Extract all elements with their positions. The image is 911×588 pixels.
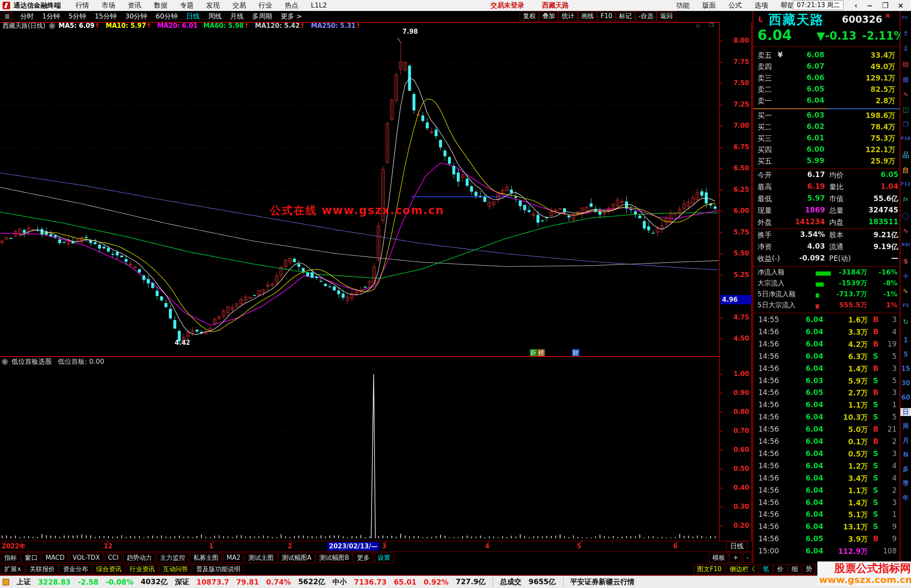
menu-item[interactable]: 行情: [69, 1, 95, 10]
chart-badge[interactable]: 距: [530, 349, 537, 357]
tick-row[interactable]: 14:566.046.3万S5: [753, 352, 900, 364]
extension-tab[interactable]: 资金分布: [59, 564, 92, 574]
order-book-row[interactable]: 卖二6.0582.5万: [753, 85, 900, 96]
timeline-label[interactable]: 5: [577, 542, 581, 550]
timeline-label[interactable]: 3: [382, 542, 386, 550]
order-book-row[interactable]: 买四6.00122.1万: [753, 145, 900, 156]
tick-row[interactable]: 14:566.040.1万B2: [753, 437, 900, 449]
order-book-row[interactable]: 买一6.03198.6万: [753, 111, 900, 122]
period-item[interactable]: 30分钟: [121, 12, 151, 21]
tick-row[interactable]: 14:566.0410.3万S5: [753, 413, 900, 425]
menu-item[interactable]: L1L2: [305, 1, 333, 10]
timeline-label[interactable]: 6: [673, 542, 677, 550]
sidebar-icon[interactable]: 品: [900, 151, 911, 160]
indicator-tab[interactable]: CCI: [105, 553, 122, 563]
menu-item[interactable]: 资讯: [121, 1, 148, 10]
period-item[interactable]: 周线: [204, 12, 226, 21]
sidebar-period-15[interactable]: 15: [900, 365, 911, 373]
indicator-tab[interactable]: 主力监控: [156, 553, 189, 563]
sidebar-period-年[interactable]: 年: [900, 494, 911, 502]
sidebar-icon[interactable]: ✛: [900, 272, 911, 280]
sidebar-period-月[interactable]: 月: [900, 437, 911, 445]
order-book-row[interactable]: 卖三6.06129.1万: [753, 73, 900, 85]
chart-badge[interactable]: 财: [572, 349, 579, 357]
indicator-name[interactable]: 低位首板选股: [11, 357, 52, 366]
menu-item[interactable]: 发现: [200, 1, 226, 10]
sidebar-period-60[interactable]: 60: [900, 394, 911, 401]
tick-row[interactable]: 14:566.041.4万S3: [753, 498, 900, 510]
sidebar-icon[interactable]: ↻: [900, 318, 911, 326]
menu-item[interactable]: 热点: [278, 1, 305, 10]
period-item[interactable]: 月线: [226, 12, 248, 21]
menu-item[interactable]: 选项: [748, 1, 774, 10]
tick-row[interactable]: 14:566.040.5万S3: [753, 449, 900, 462]
current-stock-shortcut[interactable]: 西藏天路: [542, 1, 569, 10]
back-arrow-icon[interactable]: ⇦: [901, 13, 908, 21]
sidebar-period-季[interactable]: 季: [900, 480, 911, 488]
tick-row[interactable]: 14:566.041.2万S4: [753, 462, 900, 474]
indicator-tab[interactable]: 设置: [375, 553, 394, 563]
extension-tab[interactable]: 扩展∧: [1, 564, 25, 574]
order-book-row[interactable]: 买五5.9925.9万: [753, 156, 900, 168]
period-item[interactable]: 更多 >: [276, 12, 306, 21]
status-icon[interactable]: [3, 579, 9, 585]
sidebar-period-多[interactable]: 多: [900, 465, 911, 473]
toolbar-button[interactable]: 画线: [578, 11, 597, 21]
sidebar-icon[interactable]: 自: [900, 166, 911, 175]
toolbar-button[interactable]: 叠加: [539, 11, 558, 21]
toolbar-button[interactable]: 复权: [520, 11, 539, 21]
sidebar-icon[interactable]: ◫: [900, 105, 911, 113]
indicator-tab[interactable]: 窗口: [22, 553, 41, 563]
indicator-tab[interactable]: VOL-TDX: [69, 553, 103, 563]
menu-item[interactable]: 交易: [226, 1, 252, 10]
sidebar-period-日[interactable]: 日: [900, 408, 911, 416]
period-label[interactable]: 日线: [726, 541, 747, 552]
tick-row[interactable]: 14:566.053.9万B9: [753, 534, 900, 547]
indicator-tab[interactable]: MA2: [223, 553, 244, 563]
period-item[interactable]: 15分钟: [90, 12, 121, 21]
toolbar-button[interactable]: 标记: [616, 11, 635, 21]
sidebar-icon[interactable]: ▤: [900, 60, 911, 68]
sidebar-icon[interactable]: ◯: [900, 212, 911, 220]
tick-row[interactable]: 14:566.041.4万B3: [753, 364, 900, 376]
tick-row[interactable]: 14:566.043.4万S4: [753, 474, 900, 486]
indicator-tab[interactable]: 趋势动力: [123, 553, 155, 563]
order-book-row[interactable]: 买二6.0278.4万: [753, 122, 900, 134]
tick-row[interactable]: 14:566.044.2万B19: [753, 340, 900, 352]
toolbar-button[interactable]: -自选: [635, 11, 657, 21]
window-control-icon[interactable]: ‹: [850, 1, 862, 10]
sidebar-period-周[interactable]: 周: [900, 422, 911, 430]
tick-row[interactable]: 14:566.045.1万S1: [753, 510, 900, 522]
indicator-tab[interactable]: MACD: [42, 553, 68, 563]
sidebar-icon[interactable]: F10: [900, 136, 911, 141]
menu-item[interactable]: 功能: [670, 1, 696, 10]
sidebar-icon[interactable]: ✎: [900, 287, 911, 295]
chevron-down-icon[interactable]: ∨: [2, 359, 8, 365]
login-status[interactable]: 交易未登录: [491, 1, 524, 10]
sidebar-icon[interactable]: ▦: [900, 75, 911, 83]
extension-tab[interactable]: 价: [774, 564, 787, 574]
sidebar-icon[interactable]: ⇩: [900, 45, 911, 53]
toolbar-button[interactable]: F10: [597, 11, 616, 21]
sidebar-icon[interactable]: ∿: [900, 227, 911, 235]
sidebar-icon[interactable]: RSI: [900, 242, 911, 247]
indicator-tab[interactable]: 测试幅图A: [278, 553, 315, 563]
template-button[interactable]: 模板: [709, 553, 728, 563]
sidebar-period-N[interactable]: N: [900, 451, 911, 459]
tick-row[interactable]: 14:566.052.7万B3: [753, 388, 900, 400]
extension-tab[interactable]: 侧边栏《: [726, 564, 758, 574]
timeline-label[interactable]: 2: [288, 542, 292, 550]
period-item[interactable]: 5分钟: [64, 12, 90, 21]
period-item[interactable]: 日线: [182, 12, 204, 21]
tick-row[interactable]: 14:556.041.6万B3: [753, 315, 900, 328]
sidebar-icon[interactable]: ∿: [900, 90, 911, 98]
tick-row[interactable]: 15:006.04112.9万108: [753, 547, 900, 559]
menu-item[interactable]: 数据: [148, 1, 174, 10]
order-book-row[interactable]: 买三6.0175.3万: [753, 134, 900, 145]
period-item[interactable]: 多周期: [248, 12, 276, 21]
indicator-tab[interactable]: 测试幅图B: [316, 553, 352, 563]
timeline-label[interactable]: 4: [485, 542, 489, 550]
period-item[interactable]: 60分钟: [151, 12, 182, 21]
indicator-tab[interactable]: 私募主图: [190, 553, 222, 563]
sidebar-icon[interactable]: F12: [900, 181, 911, 187]
